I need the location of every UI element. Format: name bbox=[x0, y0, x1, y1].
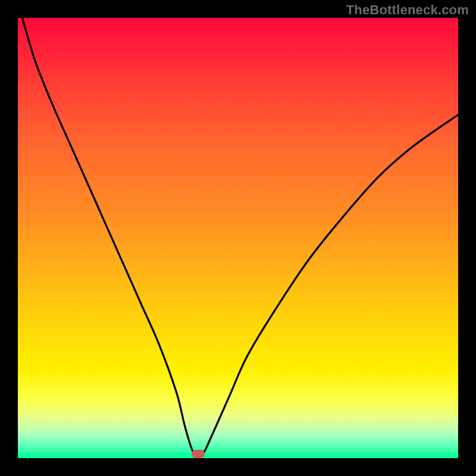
optimal-point-marker bbox=[192, 450, 205, 458]
chart-frame: TheBottleneck.com bbox=[0, 0, 476, 476]
bottleneck-curve bbox=[18, 18, 458, 458]
watermark-text: TheBottleneck.com bbox=[346, 2, 469, 18]
plot-area bbox=[18, 18, 458, 458]
